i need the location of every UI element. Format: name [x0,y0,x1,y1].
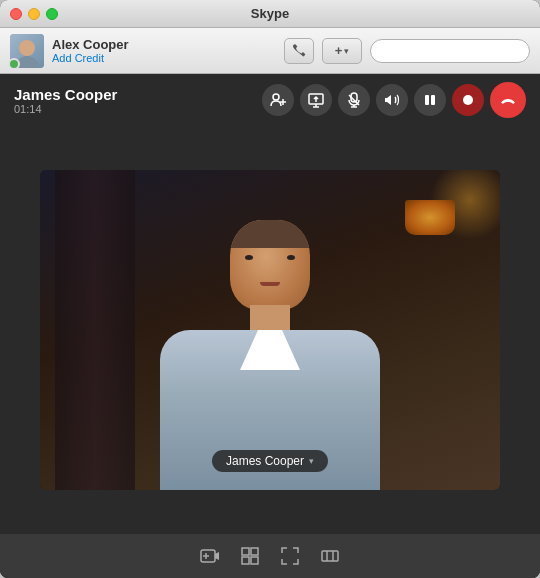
person-eyes [245,255,295,260]
mute-button[interactable] [338,84,370,116]
resize-button[interactable] [318,544,342,568]
call-timer: 01:14 [14,103,117,115]
svg-rect-17 [251,557,258,564]
toolbar: Alex Cooper Add Credit + ▾ [0,28,540,74]
plus-icon: + [335,43,343,58]
minimize-button[interactable] [28,8,40,20]
user-info: Alex Cooper Add Credit [10,34,129,68]
record-button[interactable] [452,84,484,116]
person-mouth [260,282,280,286]
call-name: James Cooper [14,86,117,103]
record-icon [461,93,475,107]
bottom-bar [0,534,540,578]
wall-door [55,170,135,490]
avatar-container [10,34,44,68]
resize-icon [320,546,340,566]
speaker-button[interactable] [376,84,408,116]
svg-rect-15 [251,548,258,555]
mute-mic-icon [346,92,362,108]
video-name-label: James Cooper [226,454,304,468]
svg-rect-14 [242,548,249,555]
user-name-label: Alex Cooper [52,37,129,52]
hangup-button[interactable] [490,82,526,118]
phone-icon [291,43,307,59]
close-button[interactable] [10,8,22,20]
svg-rect-18 [322,551,338,561]
chevron-icon: ▾ [344,46,349,56]
left-eye [245,255,253,260]
window-title: Skype [251,6,289,21]
call-info: James Cooper 01:14 [14,86,117,115]
phone-button[interactable] [284,38,314,64]
title-bar: Skype [0,0,540,28]
video-background [40,170,500,490]
svg-rect-8 [425,95,429,105]
svg-rect-16 [242,557,249,564]
add-video-icon [200,546,220,566]
svg-point-10 [463,95,473,105]
add-people-icon [270,92,286,108]
video-wrapper: James Cooper ▾ [0,126,540,534]
speaker-icon [384,92,400,108]
add-button[interactable]: + ▾ [322,38,362,64]
status-icon [8,58,20,70]
maximize-button[interactable] [46,8,58,20]
view-toggle-icon [240,546,260,566]
add-people-button[interactable] [262,84,294,116]
call-controls [262,82,526,118]
main-window: Skype Alex Cooper Add Credit [0,0,540,578]
pause-icon [423,93,437,107]
name-overlay[interactable]: James Cooper ▾ [212,450,328,472]
view-toggle-button[interactable] [238,544,262,568]
name-dropdown-arrow: ▾ [309,456,314,466]
person-hair [230,220,310,248]
search-input[interactable] [370,39,530,63]
pause-button[interactable] [414,84,446,116]
add-credit-link[interactable]: Add Credit [52,52,129,64]
share-screen-button[interactable] [300,84,332,116]
fullscreen-button[interactable] [278,544,302,568]
hangup-icon [499,91,517,109]
svg-point-0 [273,94,279,100]
lamp-shade [405,200,455,235]
shirt-collar [240,330,300,370]
call-header: James Cooper 01:14 [0,74,540,126]
avatar-head [19,40,35,56]
add-video-button[interactable] [198,544,222,568]
right-eye [287,255,295,260]
call-area: James Cooper 01:14 [0,74,540,578]
fullscreen-icon [280,546,300,566]
svg-rect-9 [431,95,435,105]
user-text: Alex Cooper Add Credit [52,37,129,64]
video-frame: James Cooper ▾ [40,170,500,490]
person-head [230,220,310,310]
share-screen-icon [308,92,324,108]
traffic-lights [10,8,58,20]
